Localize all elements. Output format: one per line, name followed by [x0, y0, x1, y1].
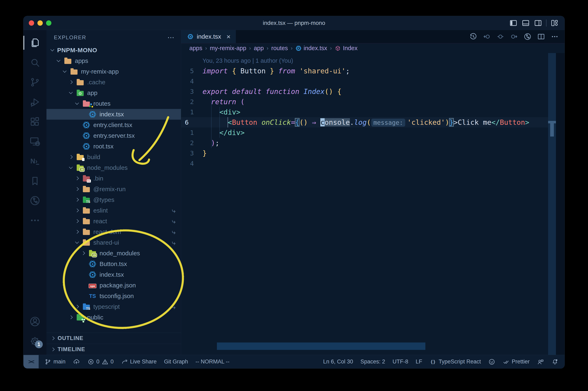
status-eol-sequence[interactable]: LF	[416, 359, 422, 365]
activity-extensions-icon[interactable]	[23, 112, 46, 132]
navigate-current-icon[interactable]	[496, 32, 504, 41]
gitlens-icon[interactable]	[523, 32, 532, 41]
status-github[interactable]	[488, 358, 495, 365]
status-language-mode[interactable]: {}TypeScript React	[429, 358, 481, 365]
chevron-down-icon[interactable]	[62, 69, 68, 75]
chevron-right-icon[interactable]	[68, 154, 74, 160]
tree-item--remix-run[interactable]: @remix-run	[46, 184, 181, 195]
breadcrumb-item-routes[interactable]: routes	[271, 45, 288, 52]
tree-item-index-tsx[interactable]: index.tsx	[46, 109, 181, 120]
activity-bookmarks-icon[interactable]	[23, 171, 46, 191]
chevron-right-icon[interactable]	[74, 218, 80, 224]
breadcrumb-item-app[interactable]: app	[254, 45, 264, 52]
code-line-current[interactable]: 6 <Button onClick={() ⇒ console.log(mess…	[181, 117, 565, 127]
tree-item-pnpm-mono[interactable]: PNPM-MONO	[46, 45, 181, 56]
code-line[interactable]: 1 </div>	[181, 127, 565, 138]
tree-item--types[interactable]: TS@types	[46, 195, 181, 205]
tree-item-button-tsx[interactable]: Button.tsx	[46, 259, 181, 269]
tree-item-eslint[interactable]: eslint⤷	[46, 205, 181, 216]
editor-scrollbar-horizontal[interactable]	[217, 342, 425, 350]
tree-item-package-json[interactable]: npmpackage.json	[46, 280, 181, 291]
status-vim-mode[interactable]: -- NORMAL --	[196, 359, 229, 365]
activity-additional-views-icon[interactable]	[23, 210, 46, 230]
breadcrumb-item-index[interactable]: Index	[335, 45, 358, 52]
code-line[interactable]: 4	[181, 76, 565, 86]
toggle-primary-sidebar-icon[interactable]	[509, 19, 518, 27]
chevron-down-icon[interactable]	[74, 239, 80, 246]
tree-item-typescript[interactable]: TStypescript⤷	[46, 301, 181, 312]
activity-accounts-icon[interactable]	[23, 312, 46, 331]
breadcrumb-item-index-tsx[interactable]: index.tsx	[295, 45, 327, 52]
status-prettier[interactable]: Prettier	[503, 358, 530, 365]
activity-run-and-debug-icon[interactable]	[23, 92, 46, 112]
timeline-section[interactable]: TIMELINE	[46, 344, 181, 355]
chevron-right-icon[interactable]	[74, 304, 80, 310]
tree-item-react-dom[interactable]: react-dom⤷	[46, 226, 181, 237]
chevron-right-icon[interactable]	[74, 229, 80, 235]
toggle-secondary-sidebar-icon[interactable]	[534, 19, 542, 27]
activity-search-icon[interactable]	[23, 53, 46, 72]
tree-item--bin[interactable]: 01.bin	[46, 173, 181, 184]
chevron-right-icon[interactable]	[74, 197, 80, 203]
tab-index-tsx[interactable]: index.tsx ×	[181, 30, 236, 43]
chevron-right-icon[interactable]	[68, 79, 74, 85]
tree-item-my-remix-app[interactable]: my-remix-app	[46, 66, 181, 77]
chevron-down-icon[interactable]	[49, 47, 56, 53]
status-git-branch[interactable]: main	[44, 358, 66, 365]
chevron-right-icon[interactable]	[74, 175, 80, 182]
tree-item-node-modules[interactable]: JSnode_modules	[46, 162, 181, 173]
tree-item-tsconfig-json[interactable]: TStsconfig.json	[46, 291, 181, 301]
navigate-back-icon[interactable]	[483, 32, 491, 41]
customize-layout-icon[interactable]	[550, 19, 559, 27]
breadcrumb-item-my-remix-app[interactable]: my-remix-app	[210, 45, 246, 52]
split-editor-icon[interactable]	[537, 32, 545, 41]
status-feedback[interactable]	[537, 358, 544, 365]
outline-section[interactable]: OUTLINE	[46, 333, 181, 344]
code-line[interactable]: 4	[181, 158, 565, 169]
activity-settings-icon[interactable]: 1	[23, 331, 46, 351]
tree-item-apps[interactable]: apps	[46, 56, 181, 66]
chevron-right-icon[interactable]	[74, 207, 80, 214]
more-actions-icon[interactable]	[551, 32, 559, 41]
code-line[interactable]: 3}	[181, 148, 565, 158]
status-encoding[interactable]: UTF-8	[392, 359, 408, 365]
chevron-right-icon[interactable]	[80, 250, 86, 256]
tree-item-react[interactable]: react⤷	[46, 216, 181, 226]
code-line[interactable]: 2 );	[181, 138, 565, 148]
tree-item-routes[interactable]: routes	[46, 98, 181, 109]
code-line[interactable]: 1 <div>	[181, 107, 565, 117]
tree-item-entry-client-tsx[interactable]: entry.client.tsx	[46, 120, 181, 130]
status-indentation[interactable]: Spaces: 2	[360, 359, 385, 365]
explorer-more-actions-icon[interactable]: ⋯	[167, 33, 175, 42]
chevron-down-icon[interactable]	[68, 90, 74, 96]
activity-nx-console-icon[interactable]: N›	[23, 151, 46, 171]
code-line[interactable]: 2 return (	[181, 97, 565, 107]
breadcrumb-item-apps[interactable]: apps	[189, 45, 202, 52]
status-live-share[interactable]: Live Share	[121, 358, 157, 365]
activity-explorer-icon[interactable]	[23, 33, 46, 53]
tree-item-node-modules[interactable]: JSnode_modules	[46, 248, 181, 259]
status-git-graph[interactable]: Git Graph	[164, 359, 188, 365]
chevron-down-icon[interactable]	[68, 165, 74, 171]
toggle-panel-icon[interactable]	[521, 19, 530, 27]
tree-item-shared-ui[interactable]: shared-ui⤷	[46, 237, 181, 248]
close-tab-icon[interactable]: ×	[226, 33, 230, 41]
tree-item-public[interactable]: public	[46, 312, 181, 323]
tree-item--cache[interactable]: .cache	[46, 77, 181, 88]
tree-item-app[interactable]: ⚙app	[46, 88, 181, 98]
code-line[interactable]: 3export default function Index() {	[181, 86, 565, 97]
code-line[interactable]: 5import { Button } from 'shared-ui';	[181, 66, 565, 76]
activity-gitlens-icon[interactable]	[23, 191, 46, 210]
navigate-forward-icon[interactable]	[510, 32, 518, 41]
tree-item-root-tsx[interactable]: root.tsx	[46, 141, 181, 152]
status-cursor-position[interactable]: Ln 6, Col 30	[323, 359, 353, 365]
tree-item-entry-server-tsx[interactable]: entry.server.tsx	[46, 130, 181, 141]
tree-item-index-tsx[interactable]: index.tsx	[46, 269, 181, 280]
history-icon[interactable]	[469, 32, 477, 41]
activity-remote-explorer-icon[interactable]	[23, 132, 46, 151]
chevron-down-icon[interactable]	[74, 100, 80, 107]
activity-source-control-icon[interactable]	[23, 72, 46, 92]
chevron-down-icon[interactable]	[56, 58, 62, 64]
status-publish-changes[interactable]	[73, 358, 80, 365]
chevron-right-icon[interactable]	[74, 186, 80, 192]
